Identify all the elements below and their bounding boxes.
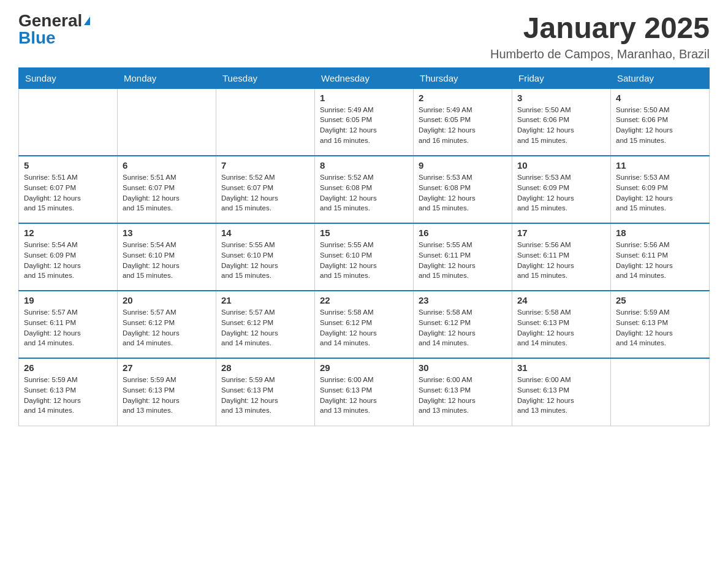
logo-blue-text: Blue: [18, 29, 56, 47]
calendar-header-thursday: Thursday: [414, 67, 512, 88]
day-number: 15: [320, 228, 408, 238]
day-number: 13: [123, 228, 211, 238]
calendar-cell: 18Sunrise: 5:56 AMSunset: 6:11 PMDayligh…: [611, 223, 710, 291]
day-info: Sunrise: 5:50 AMSunset: 6:06 PMDaylight:…: [517, 105, 605, 146]
day-info: Sunrise: 5:50 AMSunset: 6:06 PMDaylight:…: [616, 105, 704, 146]
calendar-cell: 23Sunrise: 5:58 AMSunset: 6:12 PMDayligh…: [414, 291, 512, 358]
day-info: Sunrise: 5:51 AMSunset: 6:07 PMDaylight:…: [123, 172, 211, 213]
day-info: Sunrise: 5:59 AMSunset: 6:13 PMDaylight:…: [123, 375, 211, 416]
calendar-week-row: 1Sunrise: 5:49 AMSunset: 6:05 PMDaylight…: [19, 88, 710, 156]
calendar-cell: 15Sunrise: 5:55 AMSunset: 6:10 PMDayligh…: [315, 223, 414, 291]
day-info: Sunrise: 5:57 AMSunset: 6:12 PMDaylight:…: [123, 307, 211, 348]
day-number: 26: [24, 362, 112, 373]
day-info: Sunrise: 5:59 AMSunset: 6:13 PMDaylight:…: [616, 307, 704, 348]
day-number: 3: [517, 93, 605, 103]
day-number: 6: [123, 160, 211, 170]
day-info: Sunrise: 5:53 AMSunset: 6:08 PMDaylight:…: [419, 172, 507, 213]
day-info: Sunrise: 6:00 AMSunset: 6:13 PMDaylight:…: [419, 375, 507, 416]
day-info: Sunrise: 5:53 AMSunset: 6:09 PMDaylight:…: [616, 172, 704, 213]
day-number: 2: [419, 93, 507, 103]
day-number: 1: [320, 93, 408, 103]
calendar-week-row: 19Sunrise: 5:57 AMSunset: 6:11 PMDayligh…: [19, 291, 710, 358]
day-number: 8: [320, 160, 408, 170]
day-info: Sunrise: 6:00 AMSunset: 6:13 PMDaylight:…: [320, 375, 408, 416]
day-info: Sunrise: 5:49 AMSunset: 6:05 PMDaylight:…: [320, 105, 408, 146]
day-info: Sunrise: 5:56 AMSunset: 6:11 PMDaylight:…: [517, 240, 605, 281]
day-info: Sunrise: 5:58 AMSunset: 6:12 PMDaylight:…: [320, 307, 408, 348]
day-number: 24: [517, 295, 605, 305]
day-info: Sunrise: 5:52 AMSunset: 6:07 PMDaylight:…: [221, 172, 309, 213]
calendar-header-row: SundayMondayTuesdayWednesdayThursdayFrid…: [19, 67, 710, 88]
day-number: 21: [221, 295, 309, 305]
calendar-week-row: 26Sunrise: 5:59 AMSunset: 6:13 PMDayligh…: [19, 358, 710, 426]
day-info: Sunrise: 5:59 AMSunset: 6:13 PMDaylight:…: [221, 375, 309, 416]
calendar-cell: 7Sunrise: 5:52 AMSunset: 6:07 PMDaylight…: [216, 156, 315, 223]
page-header: General Blue January 2025 Humberto de Ca…: [18, 12, 710, 61]
calendar-cell: 1Sunrise: 5:49 AMSunset: 6:05 PMDaylight…: [315, 88, 414, 156]
day-number: 14: [221, 228, 309, 238]
calendar-cell: 9Sunrise: 5:53 AMSunset: 6:08 PMDaylight…: [414, 156, 512, 223]
calendar-header-saturday: Saturday: [611, 67, 710, 88]
location-title: Humberto de Campos, Maranhao, Brazil: [490, 47, 710, 61]
day-number: 19: [24, 295, 112, 305]
calendar-header-monday: Monday: [118, 67, 216, 88]
month-title: January 2025: [490, 12, 710, 45]
day-info: Sunrise: 5:52 AMSunset: 6:08 PMDaylight:…: [320, 172, 408, 213]
day-number: 29: [320, 362, 408, 373]
calendar-cell: 8Sunrise: 5:52 AMSunset: 6:08 PMDaylight…: [315, 156, 414, 223]
day-number: 5: [24, 160, 112, 170]
calendar-cell: 31Sunrise: 6:00 AMSunset: 6:13 PMDayligh…: [512, 358, 611, 426]
calendar-cell: 30Sunrise: 6:00 AMSunset: 6:13 PMDayligh…: [414, 358, 512, 426]
day-info: Sunrise: 5:57 AMSunset: 6:11 PMDaylight:…: [24, 307, 112, 348]
day-number: 23: [419, 295, 507, 305]
calendar-cell: 24Sunrise: 5:58 AMSunset: 6:13 PMDayligh…: [512, 291, 611, 358]
calendar-table: SundayMondayTuesdayWednesdayThursdayFrid…: [18, 67, 710, 426]
calendar-header-wednesday: Wednesday: [315, 67, 414, 88]
day-info: Sunrise: 5:57 AMSunset: 6:12 PMDaylight:…: [221, 307, 309, 348]
calendar-week-row: 12Sunrise: 5:54 AMSunset: 6:09 PMDayligh…: [19, 223, 710, 291]
calendar-header-friday: Friday: [512, 67, 611, 88]
day-info: Sunrise: 5:54 AMSunset: 6:10 PMDaylight:…: [123, 240, 211, 281]
calendar-cell: 2Sunrise: 5:49 AMSunset: 6:05 PMDaylight…: [414, 88, 512, 156]
calendar-cell: 6Sunrise: 5:51 AMSunset: 6:07 PMDaylight…: [118, 156, 216, 223]
calendar-cell: 25Sunrise: 5:59 AMSunset: 6:13 PMDayligh…: [611, 291, 710, 358]
calendar-header-sunday: Sunday: [19, 67, 118, 88]
day-number: 4: [616, 93, 704, 103]
calendar-cell: 29Sunrise: 6:00 AMSunset: 6:13 PMDayligh…: [315, 358, 414, 426]
calendar-cell: [19, 88, 118, 156]
day-info: Sunrise: 5:58 AMSunset: 6:13 PMDaylight:…: [517, 307, 605, 348]
day-number: 30: [419, 362, 507, 373]
day-info: Sunrise: 6:00 AMSunset: 6:13 PMDaylight:…: [517, 375, 605, 416]
calendar-cell: 10Sunrise: 5:53 AMSunset: 6:09 PMDayligh…: [512, 156, 611, 223]
calendar-week-row: 5Sunrise: 5:51 AMSunset: 6:07 PMDaylight…: [19, 156, 710, 223]
day-number: 17: [517, 228, 605, 238]
day-number: 20: [123, 295, 211, 305]
calendar-cell: 5Sunrise: 5:51 AMSunset: 6:07 PMDaylight…: [19, 156, 118, 223]
logo-triangle-icon: [84, 17, 90, 25]
calendar-header-tuesday: Tuesday: [216, 67, 315, 88]
calendar-cell: 3Sunrise: 5:50 AMSunset: 6:06 PMDaylight…: [512, 88, 611, 156]
calendar-cell: 17Sunrise: 5:56 AMSunset: 6:11 PMDayligh…: [512, 223, 611, 291]
calendar-cell: 13Sunrise: 5:54 AMSunset: 6:10 PMDayligh…: [118, 223, 216, 291]
calendar-cell: 11Sunrise: 5:53 AMSunset: 6:09 PMDayligh…: [611, 156, 710, 223]
calendar-cell: 4Sunrise: 5:50 AMSunset: 6:06 PMDaylight…: [611, 88, 710, 156]
day-info: Sunrise: 5:53 AMSunset: 6:09 PMDaylight:…: [517, 172, 605, 213]
logo: General Blue: [18, 12, 90, 47]
day-info: Sunrise: 5:58 AMSunset: 6:12 PMDaylight:…: [419, 307, 507, 348]
logo-general-text: General: [18, 12, 82, 29]
day-number: 10: [517, 160, 605, 170]
title-area: January 2025 Humberto de Campos, Maranha…: [490, 12, 710, 61]
day-number: 12: [24, 228, 112, 238]
calendar-cell: 21Sunrise: 5:57 AMSunset: 6:12 PMDayligh…: [216, 291, 315, 358]
day-info: Sunrise: 5:55 AMSunset: 6:10 PMDaylight:…: [221, 240, 309, 281]
calendar-cell: 19Sunrise: 5:57 AMSunset: 6:11 PMDayligh…: [19, 291, 118, 358]
calendar-cell: [611, 358, 710, 426]
day-number: 27: [123, 362, 211, 373]
calendar-cell: 28Sunrise: 5:59 AMSunset: 6:13 PMDayligh…: [216, 358, 315, 426]
day-number: 7: [221, 160, 309, 170]
day-number: 9: [419, 160, 507, 170]
calendar-cell: 12Sunrise: 5:54 AMSunset: 6:09 PMDayligh…: [19, 223, 118, 291]
day-number: 22: [320, 295, 408, 305]
calendar-cell: 27Sunrise: 5:59 AMSunset: 6:13 PMDayligh…: [118, 358, 216, 426]
day-info: Sunrise: 5:49 AMSunset: 6:05 PMDaylight:…: [419, 105, 507, 146]
